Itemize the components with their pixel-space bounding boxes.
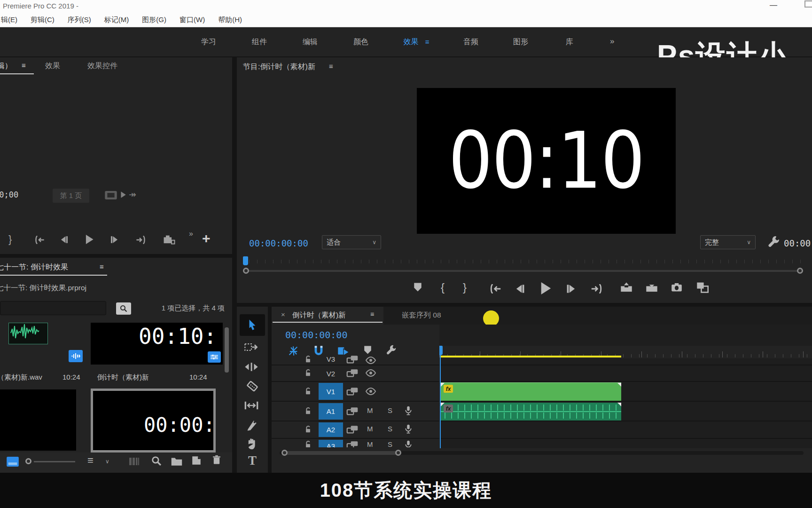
comparison-view-icon[interactable]	[696, 281, 709, 294]
page-indicator[interactable]: 第 1 页	[53, 189, 89, 203]
project-item-audio-name[interactable]: （素材)新.wav	[0, 373, 42, 382]
mic-icon[interactable]	[405, 440, 412, 447]
timeline-tab-close-icon[interactable]: ×	[281, 310, 285, 318]
mute-button[interactable]: M	[367, 425, 373, 433]
track-label-v3[interactable]: V3	[319, 354, 343, 364]
workspace-overflow-icon[interactable]: »	[610, 37, 614, 46]
razor-tool-icon[interactable]	[246, 380, 258, 392]
timeline-hscrollbar[interactable]	[275, 449, 808, 457]
program-resolution-select[interactable]: 完整 ∨	[700, 235, 756, 249]
workspace-tab-audio[interactable]: 音频	[446, 27, 495, 56]
toggle-track-output-eye-icon[interactable]	[365, 357, 377, 364]
timeline-marker-icon[interactable]	[364, 345, 372, 355]
tab-clip[interactable]: 辑）	[0, 61, 12, 71]
sort-icon[interactable]: ≡	[87, 454, 94, 467]
ripple-edit-tool-icon[interactable]	[244, 362, 258, 372]
workspace-tab-menu-icon[interactable]: ≡	[425, 38, 429, 46]
timeline-tab-menu-icon[interactable]: ≡	[370, 310, 374, 318]
solo-button[interactable]: S	[388, 425, 392, 433]
playhead-handle[interactable]	[439, 346, 443, 355]
tab-effects[interactable]: 效果	[45, 61, 60, 71]
track-label-v1[interactable]: V1	[319, 383, 343, 400]
source-patch-icon[interactable]	[346, 355, 359, 364]
playhead-line[interactable]	[440, 346, 441, 448]
program-scrub-ruler[interactable]	[249, 260, 804, 263]
play-next-icon[interactable]	[119, 191, 127, 198]
source-add-button[interactable]: +	[202, 230, 211, 246]
program-menu-icon[interactable]: ≡	[329, 62, 333, 70]
track-label-v2[interactable]: V2	[319, 367, 343, 380]
export-frame-icon[interactable]	[671, 282, 682, 293]
solo-button[interactable]: S	[388, 406, 392, 414]
track-label-a1[interactable]: A1	[319, 403, 343, 420]
menu-item-edit[interactable]: 辑(E)	[1, 16, 17, 24]
step-forward-icon[interactable]	[566, 284, 577, 294]
source-patch-icon[interactable]	[346, 387, 359, 396]
source-play-icon[interactable]	[85, 235, 94, 244]
source-patch-icon[interactable]	[346, 407, 359, 415]
goto-out-icon[interactable]	[590, 284, 603, 294]
clip-a1[interactable]: fx	[441, 403, 621, 421]
menu-item-clip[interactable]: 剪辑(C)	[31, 16, 55, 24]
menu-item-sequence[interactable]: 序列(S)	[68, 16, 91, 24]
clip-v1[interactable]: fx	[441, 382, 621, 401]
search-input[interactable]	[0, 301, 106, 315]
minimize-button[interactable]: —	[770, 1, 777, 9]
lock-icon[interactable]	[304, 369, 312, 377]
extract-icon[interactable]	[646, 282, 658, 293]
source-patch-icon[interactable]	[346, 441, 359, 447]
menu-item-graphics[interactable]: 图形(G)	[142, 16, 166, 24]
mark-out-button[interactable]: }	[463, 281, 467, 294]
toggle-track-output-eye-icon[interactable]	[365, 388, 377, 395]
menu-item-window[interactable]: 窗口(W)	[180, 16, 205, 24]
track-select-tool-icon[interactable]	[244, 342, 258, 352]
toggle-track-output-eye-icon[interactable]	[365, 369, 377, 377]
mark-in-button[interactable]: {	[441, 281, 445, 294]
zoom-handle-right[interactable]	[797, 268, 803, 274]
source-patch-icon[interactable]	[346, 369, 359, 377]
program-timecode[interactable]: 00:00:00:00	[249, 238, 308, 248]
project-item-sequence-name[interactable]: 倒计时（素材)新	[97, 373, 149, 382]
lock-icon[interactable]	[304, 441, 312, 447]
hand-tool-icon[interactable]	[246, 437, 258, 450]
add-marker-icon[interactable]	[414, 282, 422, 292]
track-label-a3[interactable]: A3	[319, 440, 343, 447]
project-item-selected-thumb[interactable]: 00:00:	[91, 389, 216, 452]
tab-effect-controls[interactable]: 效果控件	[87, 61, 117, 71]
pen-tool-icon[interactable]	[246, 420, 258, 431]
menu-item-markers[interactable]: 标记(M)	[104, 16, 129, 24]
zoom-handle-left[interactable]	[243, 268, 249, 274]
program-playhead-marker[interactable]	[243, 256, 248, 265]
scroll-handle-left[interactable]	[281, 450, 288, 456]
program-zoom-scrollbar[interactable]	[243, 267, 803, 275]
mic-icon[interactable]	[405, 405, 412, 416]
source-goto-in-icon[interactable]	[34, 236, 45, 244]
workspace-tab-effects[interactable]: 效果 ≡	[386, 27, 446, 56]
type-tool[interactable]: T	[248, 453, 257, 468]
project-item-3-thumb[interactable]	[0, 389, 76, 451]
sort-chevron-icon[interactable]: ∨	[105, 458, 109, 465]
lock-icon[interactable]	[304, 388, 312, 395]
mute-button[interactable]: M	[367, 440, 373, 447]
workspace-tab-assembly[interactable]: 组件	[234, 27, 285, 56]
project-menu-icon[interactable]: ≡	[100, 262, 104, 270]
source-mark-out[interactable]: }	[8, 233, 12, 246]
workspace-tab-libraries[interactable]: 库	[546, 27, 593, 56]
solo-button[interactable]: S	[388, 440, 392, 447]
program-video[interactable]: 00:10	[417, 88, 676, 234]
timeline-tab-label[interactable]: 倒计时（素材)新	[292, 310, 346, 320]
timeline-timecode[interactable]: 00:00:00:00	[285, 329, 347, 341]
goto-in-icon[interactable]	[489, 284, 502, 294]
find-icon[interactable]	[151, 456, 162, 466]
new-item-icon[interactable]	[192, 456, 201, 465]
source-step-forward-icon[interactable]	[110, 236, 119, 244]
thumbnail-size-slider-knob[interactable]	[25, 458, 31, 464]
filmstrip-icon[interactable]	[129, 457, 141, 466]
timeline-clips-area[interactable]: fx fx	[439, 325, 812, 448]
project-item-sequence-thumb[interactable]: 00:10:	[91, 323, 223, 365]
source-goto-out-icon[interactable]	[135, 236, 147, 244]
lock-icon[interactable]	[304, 356, 312, 363]
trash-icon[interactable]	[212, 455, 221, 465]
step-back-icon[interactable]	[514, 284, 525, 294]
maximize-button[interactable]	[804, 0, 812, 8]
